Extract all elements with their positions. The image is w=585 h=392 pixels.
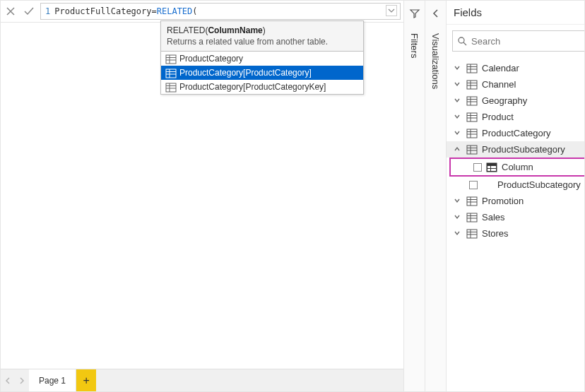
table-label: Channel — [482, 79, 516, 90]
page-tabs-bar: Page 1 + — [1, 369, 403, 391]
filters-label: Filters — [409, 33, 420, 58]
intellisense-item-label: ProductCategory[ProductCategory] — [179, 68, 312, 78]
fields-table-product[interactable]: Product — [447, 109, 585, 125]
table-icon — [466, 196, 478, 206]
fields-column-productsubcategory[interactable]: ProductSubcategory — [447, 177, 585, 193]
formula-open-paren: ( — [192, 6, 197, 16]
table-label: Sales — [482, 212, 505, 222]
intellisense-item-label: ProductCategory — [179, 54, 243, 64]
chevron-down-icon — [454, 230, 462, 238]
svg-rect-49 — [467, 230, 477, 238]
formula-column-name: ProductFullCategory — [54, 6, 151, 16]
fields-search-input[interactable] — [471, 36, 585, 47]
fields-table-stores[interactable]: Stores — [447, 225, 585, 242]
svg-rect-8 — [166, 83, 176, 92]
table-icon — [466, 129, 478, 138]
fields-table-geography[interactable]: Geography — [447, 93, 585, 109]
next-page-button[interactable] — [15, 369, 29, 391]
table-label: Promotion — [482, 196, 524, 206]
table-icon — [466, 112, 478, 122]
svg-rect-41 — [467, 197, 477, 206]
fields-table-productsubcategory[interactable]: ProductSubcategory — [447, 141, 585, 158]
table-icon — [165, 83, 175, 91]
cancel-formula-button[interactable] — [4, 4, 18, 18]
field-checkbox[interactable] — [469, 181, 478, 189]
chevron-left-icon — [430, 8, 442, 19]
line-number: 1 — [45, 6, 50, 16]
column-label: ProductSubcategory — [497, 179, 581, 190]
intellisense-item[interactable]: ProductCategory — [161, 52, 363, 66]
equals-sign: = — [152, 6, 157, 16]
fields-table-channel[interactable]: Channel — [447, 76, 585, 93]
table-label: Calendar — [482, 63, 519, 73]
svg-point-12 — [459, 37, 464, 43]
table-label: ProductCategory — [482, 128, 551, 138]
calculated-column-icon — [486, 162, 497, 172]
table-icon — [466, 80, 478, 90]
add-page-button[interactable]: + — [76, 369, 96, 391]
chevron-down-icon — [454, 97, 462, 105]
table-icon — [165, 69, 175, 77]
fields-table-promotion[interactable]: Promotion — [447, 193, 585, 209]
filters-icon — [409, 8, 420, 19]
filters-pane-collapsed[interactable]: Filters — [403, 1, 425, 391]
fields-pane: Fields CalendarChannelGeographyProductPr… — [446, 1, 585, 391]
table-label: Geography — [482, 95, 527, 106]
fields-title: Fields — [454, 6, 482, 18]
intellisense-item[interactable]: ProductCategory[ProductCategoryKey] — [161, 80, 363, 94]
fields-table-productcategory[interactable]: ProductCategory — [447, 125, 585, 141]
prev-page-button[interactable] — [1, 369, 15, 391]
table-icon — [165, 54, 175, 63]
table-icon — [466, 64, 478, 73]
table-label: ProductSubcategory — [482, 144, 565, 155]
column-label: Column — [502, 162, 533, 172]
commit-formula-button[interactable] — [22, 4, 36, 18]
chevron-down-icon — [454, 64, 462, 73]
svg-rect-21 — [467, 97, 477, 105]
tooltip-signature: RELATED(ColumnName) — [161, 21, 363, 37]
formula-function: RELATED — [157, 6, 193, 16]
fields-header: Fields — [447, 1, 585, 25]
formula-input[interactable]: 1 ProductFullCategory = RELATED ( — [40, 3, 401, 20]
fields-table-sales[interactable]: Sales — [447, 209, 585, 225]
expand-formula-chevron[interactable] — [386, 5, 397, 16]
formula-bar: 1 ProductFullCategory = RELATED ( — [1, 1, 403, 23]
table-icon — [466, 229, 478, 239]
chevron-down-icon — [454, 197, 462, 206]
page-tab-page1[interactable]: Page 1 — [29, 369, 76, 391]
report-canvas: 1 ProductFullCategory = RELATED ( RELATE… — [1, 1, 403, 391]
svg-rect-45 — [467, 213, 477, 222]
intellisense-tooltip: RELATED(ColumnName) Returns a related va… — [160, 20, 364, 95]
chevron-down-icon — [454, 113, 462, 121]
intellisense-item[interactable]: ProductCategory[ProductCategory] — [161, 66, 363, 80]
svg-rect-13 — [467, 64, 477, 73]
tooltip-description: Returns a related value from another tab… — [161, 37, 363, 51]
field-checkbox[interactable] — [473, 163, 482, 172]
chevron-down-icon — [454, 213, 462, 222]
table-label: Stores — [482, 228, 509, 239]
table-label: Product — [482, 112, 514, 122]
intellisense-item-label: ProductCategory[ProductCategoryKey] — [179, 82, 326, 92]
svg-rect-17 — [467, 81, 477, 89]
visualizations-pane-collapsed[interactable]: Visualizations — [425, 1, 446, 391]
fields-table-calendar[interactable]: Calendar — [447, 60, 585, 76]
svg-rect-4 — [166, 69, 176, 78]
chevron-down-icon — [454, 81, 462, 89]
svg-rect-25 — [467, 113, 477, 121]
chevron-up-icon — [454, 145, 462, 154]
search-icon — [457, 36, 467, 46]
svg-rect-33 — [467, 145, 477, 154]
table-icon — [466, 96, 478, 106]
collapsed-panes: Filters Visualizations — [403, 1, 446, 391]
table-icon — [466, 145, 478, 155]
fields-tree: CalendarChannelGeographyProductProductCa… — [447, 57, 585, 391]
svg-rect-0 — [166, 55, 176, 64]
chevron-down-icon — [454, 129, 462, 138]
intellisense-list: ProductCategoryProductCategory[ProductCa… — [161, 51, 363, 94]
fields-column-column[interactable]: Column — [451, 159, 585, 175]
svg-rect-29 — [467, 129, 477, 138]
table-icon — [466, 213, 478, 222]
visualizations-label: Visualizations — [430, 33, 441, 89]
fields-search-box[interactable] — [452, 30, 585, 52]
